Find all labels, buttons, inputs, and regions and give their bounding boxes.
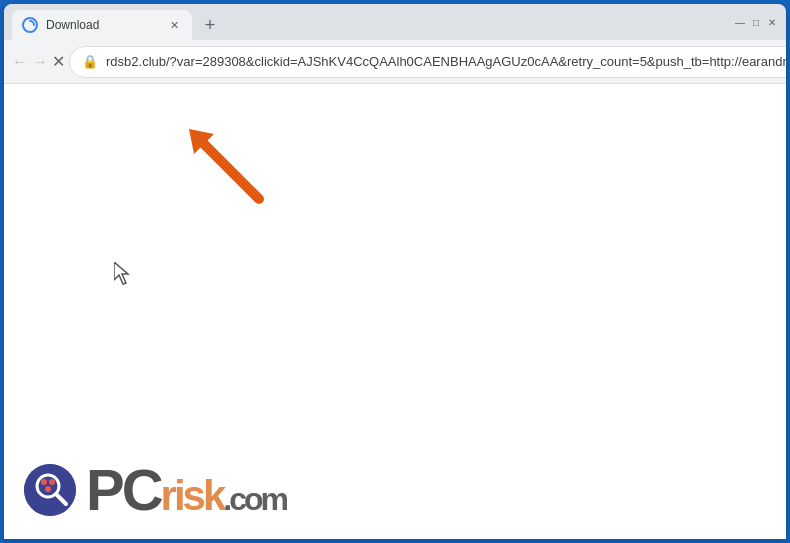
browser-window: Download ✕ + — □ ✕ ← → ✕ 🔒 rdsb2.club/?v… [4, 4, 786, 539]
watermark: PCrisk.com [24, 461, 286, 519]
svg-marker-4 [114, 262, 128, 284]
forward-button[interactable]: → [32, 46, 48, 78]
mouse-cursor [114, 262, 134, 290]
logo-risk: risk [161, 472, 224, 519]
page-content: PCrisk.com [4, 84, 786, 539]
maximize-button[interactable]: □ [750, 16, 762, 28]
title-bar: Download ✕ + — □ ✕ [4, 4, 786, 40]
tab-area: Download ✕ + [12, 4, 726, 40]
new-tab-button[interactable]: + [196, 11, 224, 39]
reload-button[interactable]: ✕ [52, 46, 65, 78]
url-text: rdsb2.club/?var=289308&clickid=AJShKV4Cc… [106, 54, 786, 69]
lock-icon: 🔒 [82, 54, 98, 69]
tab-close-button[interactable]: ✕ [166, 17, 182, 33]
svg-line-2 [199, 139, 259, 199]
pcrisk-logo-text: PCrisk.com [86, 461, 286, 519]
tab-favicon [22, 17, 38, 33]
active-tab[interactable]: Download ✕ [12, 10, 192, 40]
svg-point-9 [49, 479, 55, 485]
minimize-button[interactable]: — [734, 16, 746, 28]
logo-pc: PC [86, 457, 161, 522]
pcrisk-logo-icon [24, 464, 76, 516]
close-button[interactable]: ✕ [766, 16, 778, 28]
svg-point-10 [45, 486, 51, 492]
back-button[interactable]: ← [12, 46, 28, 78]
svg-point-8 [41, 479, 47, 485]
window-controls: — □ ✕ [734, 16, 778, 28]
nav-bar: ← → ✕ 🔒 rdsb2.club/?var=289308&clickid=A… [4, 40, 786, 84]
arrow-annotation [184, 124, 274, 218]
address-bar[interactable]: 🔒 rdsb2.club/?var=289308&clickid=AJShKV4… [69, 46, 786, 78]
logo-com: .com [223, 481, 286, 517]
tab-title: Download [46, 18, 158, 32]
